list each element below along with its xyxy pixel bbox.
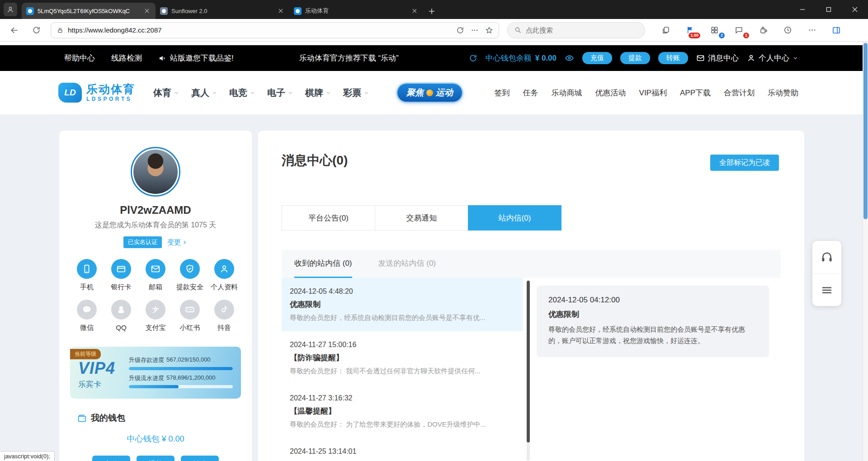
wallet-extension-button[interactable]: 1.00 [683, 24, 697, 37]
url-input[interactable] [68, 26, 452, 34]
subtab-received[interactable]: 收到的站内信 (0) [294, 250, 352, 278]
nav-link-app-download[interactable]: APP下载 [680, 88, 711, 98]
sidebar-toggle-button[interactable] [830, 24, 843, 37]
nav-menu-item-slots[interactable]: 电子 [267, 87, 293, 99]
security-item-bank-card[interactable]: 银行卡 [105, 259, 137, 292]
social-item-qq[interactable]: QQ [105, 300, 137, 332]
tab-site-messages[interactable]: 站内信(0) [468, 205, 561, 230]
message-center-link[interactable]: 消息中心 [696, 53, 739, 63]
withdraw-button[interactable]: 提款 [620, 52, 650, 64]
withdraw-button[interactable]: 提款 [137, 456, 175, 461]
browser-tab-2[interactable]: Sunflower 2.0 [156, 3, 289, 19]
wallet-refresh-button[interactable] [469, 54, 477, 62]
tab-platform-announcements[interactable]: 平台公告(0) [282, 205, 375, 230]
close-window-button[interactable] [842, 0, 868, 19]
nav-link-vip[interactable]: VIP福利 [639, 88, 667, 98]
turnover-progress-value: 578,696/1,200,000 [166, 374, 215, 382]
tab-close-button[interactable] [277, 7, 285, 15]
xiaohongshu-icon [180, 300, 200, 320]
mark-all-read-button[interactable]: 全部标记为已读 [710, 155, 779, 171]
line-check-link[interactable]: 线路检测 [111, 53, 142, 63]
extension-badge: 1 [743, 33, 749, 38]
message-item[interactable]: 2024-11-25 13:14:01 [282, 438, 523, 461]
security-item-email[interactable]: 邮箱 [140, 259, 171, 292]
scrollbar-thumb[interactable] [527, 281, 530, 442]
maximize-button[interactable] [816, 0, 842, 19]
security-item-phone[interactable]: 手机 [71, 259, 103, 292]
browser-tab-1[interactable]: 5LmQ5Yqo5L2T6IKyfOS5kOWKqC [22, 3, 156, 19]
scrollbar-thumb[interactable] [863, 43, 868, 219]
social-item-wechat[interactable]: 微信 [71, 300, 103, 332]
wallet-balance-amount: ¥ 0.00 [535, 54, 557, 63]
search-input[interactable] [526, 26, 638, 34]
vip-card[interactable]: 当前等级 VIP4 乐宾卡 升级存款进度 567,029/150,000 升级流… [70, 347, 241, 399]
nav-link-sponsorship[interactable]: 乐动赞助 [768, 88, 798, 98]
quick-menu-button[interactable] [812, 273, 841, 306]
refresh-button[interactable] [28, 22, 44, 38]
nav-menu-item-cards[interactable]: 棋牌 [305, 87, 331, 99]
deposit-progress-fill [129, 367, 233, 370]
tab-close-button[interactable] [143, 7, 151, 15]
deposit-button[interactable]: 充值 [582, 52, 612, 64]
nav-menu-item-sports[interactable]: 体育 [153, 87, 179, 99]
browser-profile-button[interactable] [4, 3, 17, 16]
nav-menu-item-lottery[interactable]: 彩票 [343, 87, 369, 99]
security-item-label: 个人资料 [208, 283, 240, 292]
chat-extension-button[interactable]: 1 [732, 24, 745, 37]
nav-link-promotions[interactable]: 优惠活动 [595, 88, 626, 98]
message-item[interactable]: 2024-11-27 3:16:32 【温馨提醒】 尊敬的会员您好： 为了给您带… [282, 385, 523, 438]
history-button[interactable] [781, 24, 794, 37]
minimize-button[interactable] [789, 0, 816, 19]
message-item[interactable]: 2024-11-27 15:00:16 【防诈骗提醒】 尊敬的会员您好： 我司不… [282, 331, 523, 385]
tab-transaction-notices[interactable]: 交易通知 [375, 205, 468, 230]
social-item-alipay[interactable]: 支付宝 [140, 300, 171, 332]
browser-more-button[interactable] [805, 24, 819, 37]
extensions-button[interactable] [756, 24, 770, 37]
nav-link-mall[interactable]: 乐动商城 [552, 88, 582, 98]
collections-button[interactable]: 2 [708, 24, 721, 37]
toggle-balance-button[interactable] [565, 53, 574, 63]
site-logo[interactable]: LD 乐动体育 LDSPORTS [58, 83, 135, 103]
nav-link-tasks[interactable]: 任务 [523, 88, 538, 98]
more-tools-icon[interactable] [471, 26, 479, 34]
browser-scrollbar[interactable] [863, 42, 868, 461]
social-item-douyin[interactable]: 抖音 [208, 300, 240, 332]
back-button[interactable] [6, 22, 23, 38]
transfer-button[interactable]: 转账 [658, 52, 688, 64]
new-tab-button[interactable] [429, 8, 435, 14]
security-item-withdraw-safety[interactable]: 提款安全 [174, 259, 206, 292]
avatar[interactable] [131, 147, 180, 197]
wechat-icon [77, 300, 97, 320]
focus-sports-badge[interactable]: 聚焦 运动 [397, 84, 462, 102]
message-time: 2024-12-05 4:48:20 [290, 287, 514, 296]
turnover-progress-label: 升级流水进度 578,696/1,200,000 [129, 374, 233, 382]
security-item-label: 银行卡 [105, 283, 137, 292]
mail-icon [146, 259, 165, 279]
favorite-star-icon[interactable] [485, 26, 493, 34]
nav-menu-item-esports[interactable]: 电竞 [229, 87, 255, 99]
social-item-xiaohongshu[interactable]: 小红书 [174, 300, 206, 332]
download-promo-link[interactable]: 站版邀您下载品鉴! [158, 53, 234, 63]
vip-card-name: 乐宾卡 [78, 379, 129, 390]
security-item-profile[interactable]: 个人资料 [208, 259, 240, 292]
address-bar-actions [456, 26, 493, 34]
transfer-button[interactable]: 转账 [181, 456, 219, 461]
search-box[interactable] [507, 22, 645, 38]
change-link[interactable]: 变更 [167, 238, 188, 247]
customer-service-button[interactable] [812, 241, 841, 273]
personal-center-link[interactable]: 个人中心 [747, 53, 798, 63]
message-item[interactable]: 2024-12-05 4:48:20 优惠限制 尊敬的会员您好，经系统自动检测目… [282, 278, 523, 331]
deposit-button[interactable]: 充值 [92, 456, 130, 461]
address-bar[interactable] [51, 22, 499, 38]
reload-page-icon[interactable] [456, 26, 464, 34]
tab-close-button[interactable] [410, 7, 419, 15]
nav-link-signin[interactable]: 签到 [495, 88, 510, 98]
browser-tab-3[interactable]: 乐动体育 [289, 3, 423, 19]
subtab-sent[interactable]: 发送的站内信 (0) [378, 250, 436, 278]
copy-page-button[interactable] [659, 24, 672, 37]
help-center-link[interactable]: 帮助中心 [64, 53, 95, 63]
message-list-scrollbar[interactable] [527, 280, 530, 461]
page-title: 消息中心(0) [282, 152, 348, 169]
nav-link-affiliate[interactable]: 合营计划 [724, 88, 755, 98]
nav-menu-item-live[interactable]: 真人 [191, 87, 217, 99]
